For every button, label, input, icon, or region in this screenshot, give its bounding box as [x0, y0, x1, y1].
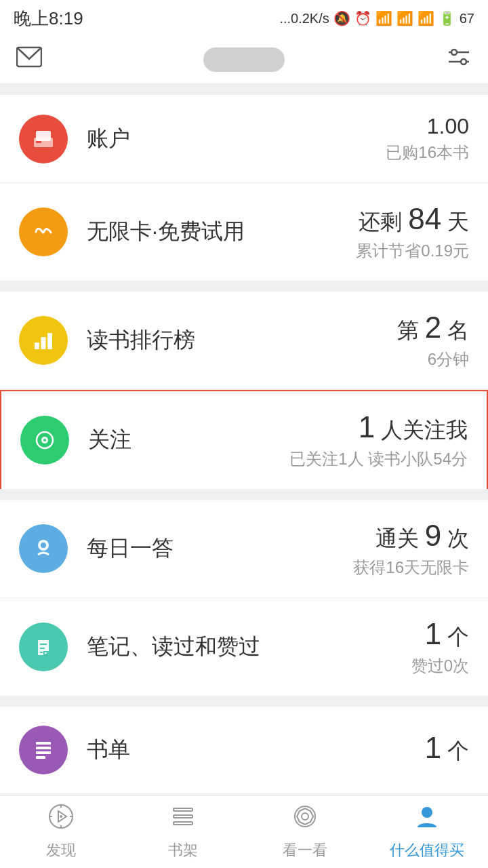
account-label: 账户	[87, 124, 386, 154]
status-time: 晚上8:19	[14, 7, 83, 31]
network-speed: ...0.2K/s	[279, 11, 329, 26]
tab-discover[interactable]: 发现	[0, 803, 122, 861]
unlimited-days: 还剩 84 天	[356, 202, 469, 237]
menu-item-account[interactable]: 账户 1.00 已购16本书	[0, 95, 488, 183]
section-gap-4	[0, 696, 488, 707]
battery-icon: 🔋	[439, 10, 455, 26]
status-bar: 晚上8:19 ...0.2K/s 🔕 ⏰ 📶 📶 📶 🔋 67	[0, 0, 488, 35]
svg-point-15	[41, 542, 46, 548]
svg-rect-7	[36, 141, 41, 143]
menu-section-2: 读书排行榜 第 2 名 6分钟 关注 1 人关注我 已关注1人 读书小队54分	[0, 292, 488, 489]
notes-count: 1 个	[411, 617, 469, 652]
mail-icon[interactable]	[16, 45, 42, 74]
nav-bar	[0, 35, 488, 84]
svg-point-25	[60, 815, 62, 818]
svg-rect-32	[174, 822, 192, 825]
ranking-right: 第 2 名 6分钟	[397, 311, 469, 370]
account-right: 1.00 已购16本书	[386, 114, 469, 163]
svg-rect-20	[36, 747, 51, 749]
follow-sub: 已关注1人 读书小队54分	[289, 448, 468, 470]
daily-icon	[19, 524, 68, 573]
unlimited-label: 无限卡·免费试用	[87, 217, 356, 247]
svg-point-33	[295, 806, 315, 827]
bookshelf-icon	[169, 803, 197, 836]
menu-item-notes[interactable]: 笔记、读过和赞过 1 个 赞过0次	[0, 598, 488, 696]
section-gap-2	[0, 281, 488, 292]
svg-rect-21	[36, 751, 51, 754]
tab-discover-label: 发现	[46, 840, 76, 861]
svg-point-36	[422, 807, 432, 818]
svg-rect-19	[36, 742, 51, 745]
status-icons: ...0.2K/s 🔕 ⏰ 📶 📶 📶 🔋 67	[279, 10, 474, 26]
booklist-right: 1 个	[425, 731, 469, 769]
svg-point-3	[451, 50, 457, 55]
tab-bookshelf[interactable]: 书架	[122, 803, 244, 861]
svg-point-4	[461, 59, 466, 64]
follow-label: 关注	[88, 425, 289, 455]
booklist-label: 书单	[87, 735, 425, 765]
unlimited-sub: 累计节省0.19元	[356, 240, 469, 262]
menu-item-ranking[interactable]: 读书排行榜 第 2 名 6分钟	[0, 292, 488, 390]
section-gap-1	[0, 84, 488, 95]
account-sub: 已购16本书	[386, 142, 469, 163]
unlimited-right: 还剩 84 天 累计节省0.19元	[356, 202, 469, 262]
daily-right: 通关 9 次 获得16天无限卡	[353, 519, 469, 578]
account-balance: 1.00	[386, 114, 469, 139]
booklist-icon	[19, 726, 68, 774]
menu-item-daily[interactable]: 每日一答 通关 9 次 获得16天无限卡	[0, 500, 488, 598]
signal-icon: 📶	[375, 10, 392, 26]
section-gap-3	[0, 489, 488, 500]
daily-sub: 获得16天无限卡	[353, 557, 469, 578]
ranking-label: 读书排行榜	[87, 326, 397, 355]
svg-point-35	[302, 813, 308, 820]
mute-icon: 🔕	[333, 10, 350, 26]
tab-profile-label: 什么值得买	[390, 840, 464, 861]
svg-rect-30	[174, 808, 192, 811]
ranking-value: 第 2 名	[397, 311, 469, 346]
booklist-count: 1 个	[425, 731, 469, 766]
content-area: 账户 1.00 已购16本书 无限卡·免费试用 还剩 84 天 累计节省0.19…	[0, 84, 488, 868]
svg-rect-22	[36, 756, 45, 759]
menu-section-1: 账户 1.00 已购16本书 无限卡·免费试用 还剩 84 天 累计节省0.19…	[0, 95, 488, 281]
follow-icon	[20, 416, 69, 465]
svg-rect-8	[35, 342, 39, 349]
user-avatar	[203, 47, 285, 72]
notes-sub: 赞过0次	[411, 655, 469, 677]
alarm-icon: ⏰	[354, 10, 371, 26]
browse-icon	[291, 803, 319, 836]
menu-section-4: 书单 1 个	[0, 707, 488, 793]
ranking-icon	[19, 316, 68, 365]
notes-label: 笔记、读过和赞过	[87, 632, 411, 662]
follow-right: 1 人关注我 已关注1人 读书小队54分	[289, 410, 468, 470]
account-icon	[19, 115, 68, 163]
battery-level: 67	[460, 11, 474, 26]
svg-rect-31	[174, 815, 192, 818]
notes-icon	[19, 623, 68, 671]
daily-label: 每日一答	[87, 534, 353, 564]
notes-right: 1 个 赞过0次	[411, 617, 469, 677]
discover-icon	[47, 803, 75, 836]
unlimited-icon	[19, 208, 68, 256]
tab-browse-label: 看一看	[283, 840, 327, 861]
svg-point-13	[43, 439, 46, 441]
tab-bar: 发现 书架 看一看 什么值得买	[0, 795, 488, 868]
ranking-sub: 6分钟	[397, 349, 469, 370]
profile-icon	[413, 803, 441, 836]
tab-profile[interactable]: 什么值得买	[366, 803, 488, 861]
menu-item-follow[interactable]: 关注 1 人关注我 已关注1人 读书小队54分	[0, 390, 488, 489]
svg-rect-10	[47, 333, 52, 349]
follow-count: 1 人关注我	[289, 410, 468, 446]
svg-rect-9	[41, 337, 46, 349]
signal-icon2: 📶	[396, 10, 413, 26]
menu-item-unlimited[interactable]: 无限卡·免费试用 还剩 84 天 累计节省0.19元	[0, 183, 488, 281]
menu-section-3: 每日一答 通关 9 次 获得16天无限卡 笔记、读过和赞过 1 个	[0, 500, 488, 696]
menu-item-booklist[interactable]: 书单 1 个	[0, 707, 488, 793]
daily-count: 通关 9 次	[353, 519, 469, 554]
tab-bookshelf-label: 书架	[168, 840, 198, 861]
settings-icon[interactable]	[446, 45, 472, 73]
wifi-icon: 📶	[418, 10, 434, 26]
tab-browse[interactable]: 看一看	[244, 803, 366, 861]
